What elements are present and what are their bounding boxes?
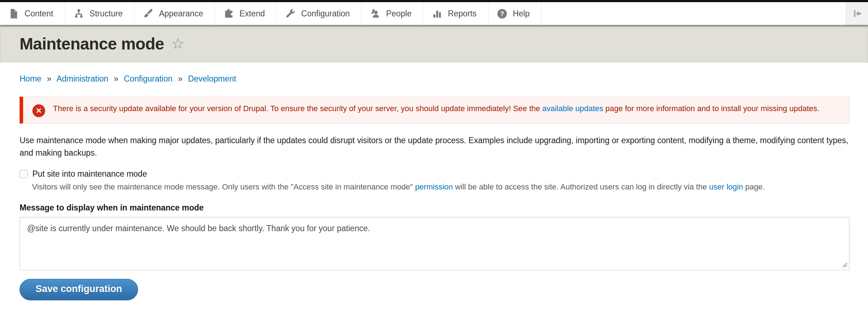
- user-login-link[interactable]: user login: [709, 182, 743, 191]
- permission-link[interactable]: permission: [415, 182, 453, 191]
- breadcrumb-link-administration[interactable]: Administration: [57, 74, 108, 83]
- breadcrumb-separator: »: [47, 74, 52, 83]
- paintbrush-icon: [143, 9, 153, 19]
- description-text-after: page.: [743, 182, 765, 191]
- question-icon: ?: [497, 9, 507, 19]
- toolbar-spacer: [541, 2, 846, 25]
- toolbar-item-label: Reports: [448, 9, 477, 19]
- toolbar-item-label: Structure: [90, 9, 123, 19]
- file-icon: [9, 9, 19, 19]
- toolbar-item-label: Content: [25, 9, 53, 19]
- toolbar-item-extend[interactable]: Extend: [215, 2, 277, 25]
- maintenance-mode-description: Visitors will only see the maintenance m…: [32, 182, 850, 192]
- breadcrumb-link-development[interactable]: Development: [188, 74, 236, 83]
- breadcrumb-link-home[interactable]: Home: [20, 74, 41, 83]
- breadcrumb: Home » Administration » Configuration » …: [20, 74, 850, 84]
- maintenance-intro-text: Use maintenance mode when making major u…: [20, 134, 850, 159]
- page-title: Maintenance mode: [20, 34, 164, 53]
- error-message: There is a security update available for…: [20, 97, 850, 124]
- breadcrumb-separator: »: [114, 74, 118, 83]
- toolbar-item-configuration[interactable]: Configuration: [277, 2, 362, 25]
- toolbar-item-label: People: [386, 9, 412, 19]
- error-message-text: There is a security update available for…: [53, 102, 819, 115]
- maintenance-mode-checkbox-row: Put site into maintenance mode: [20, 169, 850, 179]
- people-icon: [370, 9, 380, 19]
- maintenance-mode-checkbox-label[interactable]: Put site into maintenance mode: [32, 169, 147, 179]
- description-text-middle: will be able to access the site. Authori…: [453, 182, 709, 191]
- error-text-before: There is a security update available for…: [53, 104, 542, 113]
- toolbar-item-structure[interactable]: Structure: [65, 2, 134, 25]
- bar-chart-icon: [432, 9, 442, 19]
- message-field-label: Message to display when in maintenance m…: [20, 203, 850, 213]
- toolbar-item-content[interactable]: Content: [0, 2, 65, 25]
- puzzle-icon: [223, 9, 234, 19]
- toolbar-item-help[interactable]: ? Help: [488, 2, 541, 25]
- main-content: Home » Administration » Configuration » …: [0, 74, 868, 300]
- textarea-resize-handle[interactable]: [841, 261, 848, 268]
- admin-toolbar: Content Structure Appearance Extend Conf…: [0, 2, 868, 25]
- error-text-after: page for more information and to install…: [603, 104, 820, 113]
- toolbar-item-label: Help: [513, 9, 530, 19]
- wrench-icon: [285, 9, 296, 19]
- available-updates-link[interactable]: available updates: [542, 104, 603, 113]
- collapse-left-icon: [852, 9, 862, 19]
- error-x-icon: [32, 104, 45, 117]
- resize-grip-icon: [841, 261, 848, 268]
- sitemap-icon: [74, 9, 84, 19]
- svg-text:?: ?: [500, 10, 504, 17]
- toolbar-item-people[interactable]: People: [361, 2, 423, 25]
- toolbar-item-reports[interactable]: Reports: [423, 2, 488, 25]
- toolbar-item-label: Configuration: [301, 9, 350, 19]
- toolbar-item-label: Extend: [239, 9, 265, 19]
- maintenance-message-textarea[interactable]: @site is currently under maintenance. We…: [20, 217, 850, 270]
- description-text-before: Visitors will only see the maintenance m…: [32, 182, 415, 191]
- toolbar-collapse-toggle[interactable]: [846, 2, 868, 25]
- message-textarea-wrap: @site is currently under maintenance. We…: [20, 217, 850, 270]
- page-header: Maintenance mode ☆: [0, 25, 868, 63]
- star-icon[interactable]: ☆: [171, 36, 185, 51]
- toolbar-item-appearance[interactable]: Appearance: [134, 2, 215, 25]
- breadcrumb-separator: »: [178, 74, 182, 83]
- toolbar-item-label: Appearance: [159, 9, 203, 19]
- save-configuration-button[interactable]: Save configuration: [20, 279, 138, 300]
- maintenance-mode-checkbox[interactable]: [20, 170, 28, 178]
- breadcrumb-link-configuration[interactable]: Configuration: [124, 74, 173, 83]
